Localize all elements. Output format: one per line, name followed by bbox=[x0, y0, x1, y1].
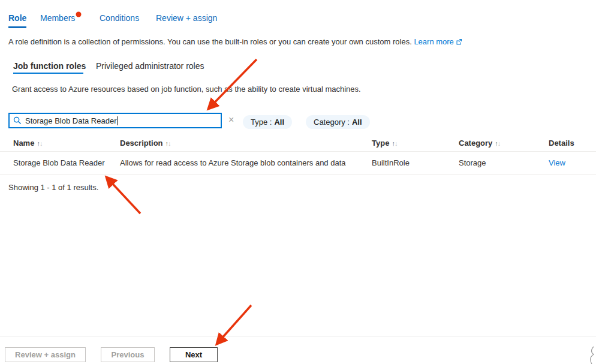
role-definition-text: A role definition is a collection of per… bbox=[8, 37, 412, 46]
sort-icon: ↑↓ bbox=[37, 140, 42, 147]
subtab-job-function-roles[interactable]: Job function roles bbox=[13, 61, 86, 71]
search-value: Storage Blob Data Reader bbox=[25, 116, 116, 125]
roles-table-header: Name↑↓ Description↑↓ Type↑↓ Category↑↓ D… bbox=[0, 137, 596, 152]
filter-type-value: All bbox=[274, 118, 284, 127]
external-link-icon bbox=[456, 38, 462, 47]
column-name-label: Name bbox=[13, 139, 34, 148]
active-tab-underline bbox=[8, 26, 26, 28]
search-icon bbox=[13, 116, 22, 125]
row-details-view-link[interactable]: View bbox=[549, 158, 565, 167]
filter-category-value: All bbox=[352, 118, 362, 127]
next-button[interactable]: Next bbox=[170, 347, 218, 362]
sort-icon: ↑↓ bbox=[495, 140, 500, 147]
tab-conditions[interactable]: Conditions bbox=[100, 13, 139, 23]
sort-icon: ↑↓ bbox=[392, 140, 397, 147]
tab-members[interactable]: Members bbox=[40, 13, 75, 23]
previous-button: Previous bbox=[101, 347, 155, 362]
search-input[interactable]: Storage Blob Data Reader bbox=[8, 113, 222, 128]
column-details-label: Details bbox=[549, 139, 574, 148]
column-header-description[interactable]: Description↑↓ bbox=[120, 139, 171, 148]
row-type: BuiltInRole bbox=[372, 158, 410, 167]
annotation-arrow-role-row bbox=[107, 178, 140, 213]
column-header-type[interactable]: Type↑↓ bbox=[372, 139, 397, 148]
review-assign-button: Review + assign bbox=[5, 347, 86, 362]
filter-type[interactable]: Type :All bbox=[243, 115, 292, 129]
clear-search-icon[interactable]: × bbox=[228, 115, 234, 125]
learn-more-link[interactable]: Learn more bbox=[414, 37, 453, 46]
row-description: Allows for read access to Azure Storage … bbox=[120, 158, 346, 167]
annotation-arrow-search bbox=[209, 59, 257, 109]
grant-access-text: Grant access to Azure resources based on… bbox=[12, 85, 361, 94]
filter-type-label: Type : bbox=[251, 118, 272, 127]
row-name: Storage Blob Data Reader bbox=[13, 158, 104, 167]
tab-review-assign[interactable]: Review + assign bbox=[156, 13, 217, 23]
column-description-label: Description bbox=[120, 139, 163, 148]
results-summary: Showing 1 - 1 of 1 results. bbox=[8, 183, 98, 192]
annotation-arrow-next bbox=[217, 305, 251, 344]
filter-category-label: Category : bbox=[314, 118, 350, 127]
column-header-name[interactable]: Name↑↓ bbox=[13, 139, 42, 148]
table-row[interactable]: Storage Blob Data Reader Allows for read… bbox=[0, 152, 596, 175]
annotation-overlay bbox=[0, 0, 596, 364]
column-category-label: Category bbox=[459, 139, 492, 148]
sort-icon: ↑↓ bbox=[165, 140, 171, 147]
subtab-privileged-admin-roles[interactable]: Privileged administrator roles bbox=[96, 61, 204, 71]
column-header-category[interactable]: Category↑↓ bbox=[459, 139, 500, 148]
row-category: Storage bbox=[459, 158, 486, 167]
footer-divider bbox=[0, 336, 596, 336]
column-type-label: Type bbox=[372, 139, 389, 148]
filter-category[interactable]: Category :All bbox=[306, 115, 370, 129]
role-definition-description: A role definition is a collection of per… bbox=[8, 37, 462, 47]
tab-role[interactable]: Role bbox=[8, 13, 26, 23]
annotation-dot-members bbox=[76, 12, 82, 17]
add-role-assignment-page: Role Members Conditions Review + assign … bbox=[0, 0, 596, 364]
text-cursor bbox=[117, 116, 118, 125]
column-header-details: Details bbox=[549, 139, 574, 148]
active-subtab-underline bbox=[13, 73, 83, 74]
corner-squiggle bbox=[591, 347, 594, 364]
